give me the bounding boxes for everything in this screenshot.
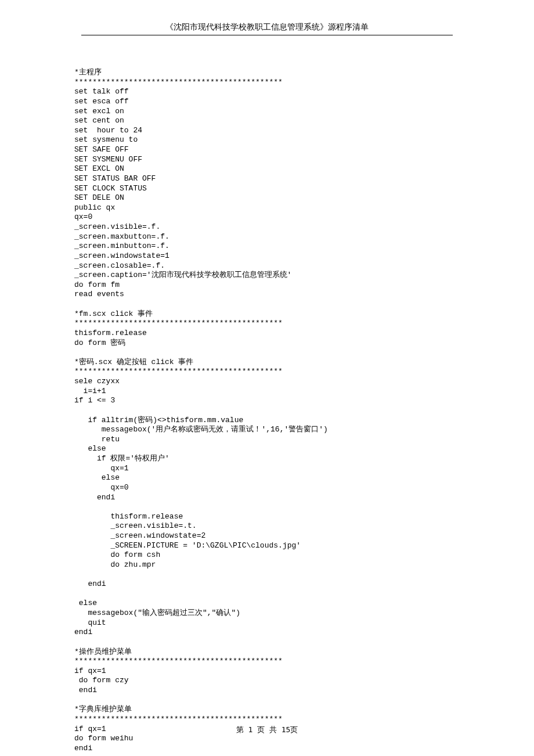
page-header: 《沈阳市现代科技学校教职工信息管理系统》源程序清单 [0, 0, 534, 35]
page-footer: 第 1 页 共 15页 [0, 725, 534, 735]
page-number: 第 1 页 共 15页 [236, 725, 298, 734]
header-title: 《沈阳市现代科技学校教职工信息管理系统》源程序清单 [165, 22, 369, 31]
code-listing: *主程序 ***********************************… [0, 35, 534, 756]
